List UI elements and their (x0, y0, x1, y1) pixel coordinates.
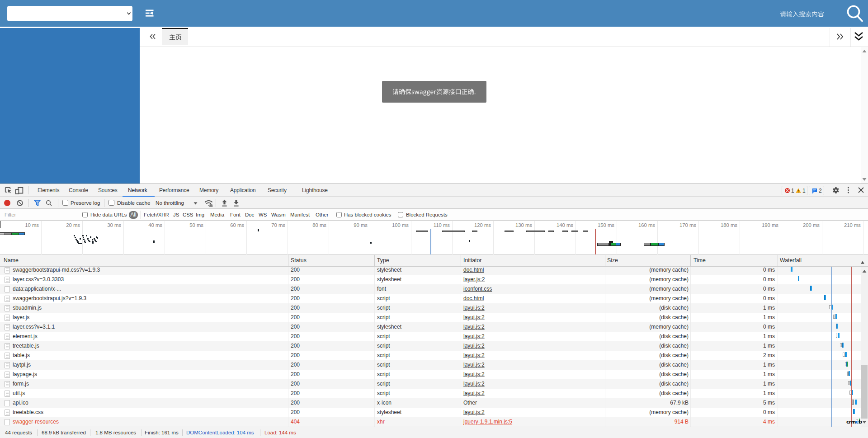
scroll-down-icon[interactable] (862, 420, 867, 424)
cell-initiator[interactable]: layui.js:2 (463, 332, 485, 341)
filter-type-ws[interactable]: WS (259, 209, 267, 220)
has-blocked-cookies-checkbox[interactable] (336, 212, 342, 217)
devtools-tab-security[interactable]: Security (268, 184, 287, 197)
status-load[interactable]: Load: 144 ms (264, 427, 296, 438)
cell-initiator[interactable]: Other (463, 398, 477, 408)
page-scrollbar[interactable] (861, 47, 868, 184)
table-scrollbar-thumb[interactable] (861, 365, 868, 419)
scroll-up-icon[interactable] (862, 269, 867, 273)
cell-initiator[interactable]: layui.js:2 (463, 341, 485, 351)
record-button[interactable] (4, 200, 10, 206)
import-har-icon[interactable] (221, 199, 228, 207)
column-header-waterfall[interactable]: Waterfall (780, 255, 802, 266)
devtools-tab-memory[interactable]: Memory (199, 184, 218, 197)
cell-initiator[interactable]: iconfont.css (463, 284, 492, 294)
request-row[interactable]: laypage.js200scriptlayui.js:2(disk cache… (0, 370, 861, 379)
filter-funnel-icon[interactable] (34, 200, 41, 206)
filter-type-js[interactable]: JS (173, 209, 179, 220)
close-devtools-icon[interactable] (858, 187, 864, 193)
devtools-tab-application[interactable]: Application (230, 184, 256, 197)
filter-type-other[interactable]: Other (316, 209, 329, 220)
status-domcontentloaded[interactable]: DOMContentLoaded: 104 ms (186, 427, 254, 438)
request-row[interactable]: swaggerbootstrapui.js?v=1.9.3200scriptdo… (0, 294, 861, 303)
search-icon[interactable] (845, 3, 865, 22)
filter-type-manifest[interactable]: Manifest (290, 209, 310, 220)
network-overview[interactable]: 10 ms20 ms30 ms40 ms50 ms60 ms70 ms80 ms… (0, 221, 868, 254)
disable-cache-checkbox[interactable] (108, 200, 114, 206)
filter-type-fetchxhr[interactable]: Fetch/XHR (144, 209, 169, 220)
request-row[interactable]: layer.css?v=3.0.3303200stylesheetlayer.j… (0, 275, 861, 284)
issues-badge[interactable]: 2 (809, 186, 824, 195)
request-row[interactable]: layer.css?v=3.1.1200stylesheetlayui.js:2… (0, 322, 861, 332)
menu-fold-icon[interactable] (146, 9, 154, 17)
request-row[interactable]: util.js200scriptlayui.js:2(disk cache)1 … (0, 389, 861, 398)
network-conditions-icon[interactable] (204, 200, 213, 207)
request-row[interactable]: treetable.css200stylesheetlayui.js:2(mem… (0, 408, 861, 417)
request-row[interactable]: data:application/x-...200fonticonfont.cs… (0, 284, 861, 294)
request-row[interactable]: swagger-resources404xhrjquery-1.9.1.min.… (0, 417, 861, 427)
request-row[interactable]: form.js200scriptlayui.js:2(disk cache)1 … (0, 379, 861, 389)
cell-initiator[interactable]: layui.js:2 (463, 303, 485, 313)
column-header-name[interactable]: Name (4, 255, 19, 266)
console-errors-badge[interactable]: 1 1 (782, 186, 807, 195)
request-row[interactable]: swaggerbootstrapui-md.css?v=1.9.3200styl… (0, 267, 861, 275)
export-har-icon[interactable] (233, 199, 240, 207)
filter-type-css[interactable]: CSS (183, 209, 193, 220)
filter-all-pill[interactable]: All (129, 211, 138, 219)
cell-initiator[interactable]: layui.js:2 (463, 389, 485, 398)
cell-initiator[interactable]: doc.html (463, 294, 484, 303)
filter-type-doc[interactable]: Doc (245, 209, 254, 220)
preserve-log-checkbox[interactable] (62, 200, 68, 206)
preserve-log-label[interactable]: Preserve log (71, 197, 100, 209)
column-header-status[interactable]: Status (291, 255, 307, 266)
disable-cache-label[interactable]: Disable cache (117, 197, 150, 209)
inspect-element-icon[interactable] (4, 186, 12, 194)
column-header-type[interactable]: Type (377, 255, 389, 266)
cell-initiator[interactable]: doc.html (463, 267, 484, 275)
device-toolbar-icon[interactable] (15, 186, 24, 194)
throttling-select[interactable]: No throttling (156, 197, 184, 209)
cell-initiator[interactable]: layui.js:2 (463, 351, 485, 360)
filter-type-font[interactable]: Font (230, 209, 241, 220)
request-row[interactable]: sbuadmin.js200scriptlayui.js:2(disk cach… (0, 303, 861, 313)
filter-input[interactable]: Filter (5, 209, 16, 220)
filter-type-media[interactable]: Media (210, 209, 224, 220)
cell-initiator[interactable]: layui.js:2 (463, 322, 485, 332)
request-row[interactable]: api.ico200x-iconOther67.9 kB5 ms (0, 398, 861, 408)
cell-initiator[interactable]: layui.js:2 (463, 313, 485, 322)
toolbar-search-icon[interactable] (46, 200, 52, 206)
cell-initiator[interactable]: layui.js:2 (463, 360, 485, 370)
cell-initiator[interactable]: layer.js:2 (463, 275, 485, 284)
clear-icon[interactable] (17, 200, 23, 206)
scroll-down-icon[interactable] (862, 178, 867, 181)
hide-data-urls-checkbox[interactable] (82, 212, 88, 217)
chevron-double-right-icon[interactable] (836, 33, 844, 40)
request-row[interactable]: treetable.js200scriptlayui.js:2(disk cac… (0, 341, 861, 351)
devtools-tab-network[interactable]: Network (128, 184, 147, 197)
sidebar-nav[interactable] (0, 28, 140, 184)
scroll-up-icon[interactable] (862, 49, 867, 53)
devtools-tab-performance[interactable]: Performance (159, 184, 189, 197)
request-row[interactable]: laytpl.js200scriptlayui.js:2(disk cache)… (0, 360, 861, 370)
tab-home[interactable] (162, 28, 188, 45)
devtools-tab-lighthouse[interactable]: Lighthouse (302, 184, 328, 197)
filter-type-img[interactable]: Img (196, 209, 204, 220)
cell-initiator[interactable]: layui.js:2 (463, 379, 485, 389)
column-header-time[interactable]: Time (693, 255, 706, 266)
filter-type-wasm[interactable]: Wasm (271, 209, 286, 220)
request-row[interactable]: element.js200scriptlayui.js:2(disk cache… (0, 332, 861, 341)
cell-initiator[interactable]: jquery-1.9.1.min.js:5 (463, 417, 512, 427)
cell-initiator[interactable]: layui.js:2 (463, 408, 485, 417)
api-group-select[interactable] (7, 6, 132, 21)
search-placeholder-text[interactable] (780, 11, 825, 19)
has-blocked-cookies-label[interactable]: Has blocked cookies (344, 209, 391, 220)
column-header-initiator[interactable]: Initiator (463, 255, 481, 266)
settings-gear-icon[interactable] (832, 187, 840, 194)
devtools-tab-sources[interactable]: Sources (98, 184, 118, 197)
blocked-requests-label[interactable]: Blocked Requests (406, 209, 448, 220)
sort-asc-icon[interactable] (861, 261, 864, 264)
request-row[interactable]: table.js200scriptlayui.js:2(disk cache)2… (0, 351, 861, 360)
cell-initiator[interactable]: layui.js:2 (463, 370, 485, 379)
more-options-icon[interactable] (844, 186, 852, 194)
devtools-tab-console[interactable]: Console (69, 184, 88, 197)
